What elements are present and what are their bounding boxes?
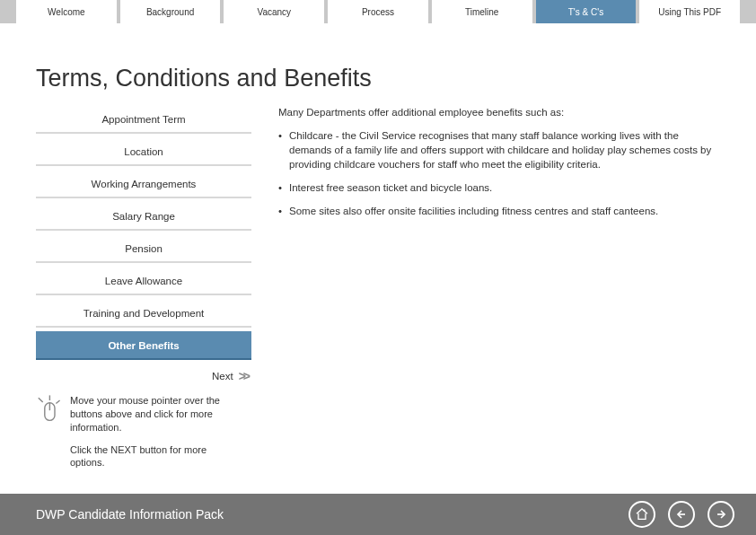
nav-tab-using-pdf[interactable]: Using This PDF xyxy=(639,0,740,23)
sidebar-item-working-arrangements[interactable]: Working Arrangements xyxy=(36,170,251,198)
nav-tab-process[interactable]: Process xyxy=(328,0,428,23)
content-intro: Many Departments offer additional employ… xyxy=(278,105,720,119)
sidebar-item-salary-range[interactable]: Salary Range xyxy=(36,202,251,231)
hint-block: Move your mouse pointer over the buttons… xyxy=(36,394,251,478)
bullet-item: Interest free season ticket and bicycle … xyxy=(278,180,720,195)
sidebar-item-appointment-term[interactable]: Appointment Term xyxy=(36,105,251,134)
arrow-left-icon xyxy=(674,507,689,522)
next-button[interactable] xyxy=(708,501,734,528)
main-area: Terms, Conditions and Benefits Appointme… xyxy=(0,23,756,478)
next-chevron-icon[interactable]: >> xyxy=(239,369,248,383)
arrow-right-icon xyxy=(714,507,728,522)
home-icon xyxy=(635,507,649,522)
content-bullets: Childcare - the Civil Service recognises… xyxy=(278,128,720,218)
hint-line-1: Move your mouse pointer over the buttons… xyxy=(70,394,223,434)
sidebar-item-leave-allowance[interactable]: Leave Allowance xyxy=(36,267,251,295)
page-title: Terms, Conditions and Benefits xyxy=(36,65,720,92)
nav-tab-welcome[interactable]: Welcome xyxy=(16,0,117,23)
hint-text: Move your mouse pointer over the buttons… xyxy=(70,394,223,478)
sidebar-item-pension[interactable]: Pension xyxy=(36,234,251,263)
sidebar-item-other-benefits[interactable]: Other Benefits xyxy=(36,331,251,360)
body-content: Many Departments offer additional employ… xyxy=(278,105,720,478)
content-row: Appointment Term Location Working Arrang… xyxy=(36,105,720,478)
nav-tab-vacancy[interactable]: Vacancy xyxy=(224,0,324,23)
sidebar: Appointment Term Location Working Arrang… xyxy=(36,105,251,478)
mouse-pointer-icon xyxy=(36,394,61,428)
nav-tab-tcs[interactable]: T's & C's xyxy=(536,0,637,23)
hint-line-2: Click the NEXT button for more options. xyxy=(70,443,223,470)
sidebar-item-location[interactable]: Location xyxy=(36,137,251,166)
sidebar-item-training-development[interactable]: Training and Development xyxy=(36,299,251,328)
next-label[interactable]: Next xyxy=(212,371,233,382)
footer: DWP Candidate Information Pack xyxy=(0,494,756,535)
bullet-item: Childcare - the Civil Service recognises… xyxy=(278,128,720,171)
next-row: Next >> xyxy=(36,369,251,383)
bullet-item: Some sites also offer onsite facilities … xyxy=(278,204,720,218)
top-nav: Welcome Background Vacancy Process Timel… xyxy=(0,0,756,23)
home-button[interactable] xyxy=(629,501,655,528)
nav-tab-background[interactable]: Background xyxy=(120,0,221,23)
prev-button[interactable] xyxy=(668,501,695,528)
footer-icons xyxy=(629,501,734,528)
nav-tab-timeline[interactable]: Timeline xyxy=(432,0,532,23)
footer-title: DWP Candidate Information Pack xyxy=(36,507,224,522)
